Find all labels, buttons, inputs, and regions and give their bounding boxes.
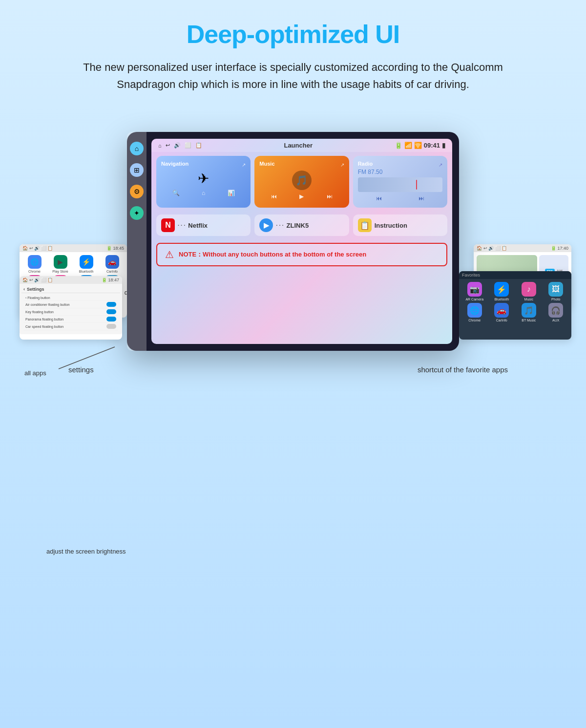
chrome-fav-icon: 🌐 — [467, 303, 482, 318]
photo-fav-icon: 🖼 — [548, 282, 563, 297]
music-expand-icon[interactable]: ↗ — [340, 162, 344, 168]
radio-waveform — [358, 177, 442, 192]
nav-home-icon[interactable]: ⌂ — [202, 190, 205, 196]
settings-row: Car speed floating button — [23, 323, 118, 330]
settings-row: Panorama floating button — [23, 316, 118, 323]
list-item[interactable]: 🌐 Chrome — [462, 303, 487, 322]
btmusic-fav-icon: 🎵 — [522, 303, 536, 318]
music-disc-icon: 🎵 — [292, 171, 312, 190]
page-title: Deep-optimized UI — [0, 0, 586, 59]
radio-card-label: Radio — [358, 161, 373, 167]
music-play-icon[interactable]: ▶ — [299, 193, 304, 200]
note-box: ⚠ NOTE：Without any touch buttons at the … — [156, 243, 447, 266]
device-frame: ⌂ ⊞ ⚙ ✦ ⌂ ↩ 🔊 ⬜ 📋 Launcher — [127, 132, 459, 351]
status-time: 09:41 — [424, 142, 440, 149]
radio-expand-icon[interactable]: ↗ — [439, 162, 442, 168]
settings-side-button[interactable]: ⚙ — [130, 185, 144, 198]
back-nav-icon[interactable]: ↩ — [166, 142, 170, 149]
music-prev-icon[interactable]: ⏮ — [271, 193, 277, 200]
shortcut-bottom-label: shortcut of the favorite apps — [418, 365, 508, 374]
mini-favapps-screen: Favorites 📷 AR Camera ⚡ Bluetooth ♪ Musi… — [459, 271, 571, 340]
main-content: 🏠 ↩ 🔊 ⬜ 📋 🔋 18:45 🌐 Chrome ▶ Play Store … — [0, 107, 586, 403]
mini-allapps-title: 🏠 ↩ 🔊 ⬜ 📋 — [22, 246, 53, 251]
radio-prev-icon[interactable]: ⏮ — [376, 195, 382, 202]
side-panel: ⌂ ⊞ ⚙ ✦ — [127, 132, 146, 351]
nav-chart-icon[interactable]: 📊 — [228, 190, 235, 196]
status-bar-left: ⌂ ↩ 🔊 ⬜ 📋 — [158, 142, 202, 149]
more-nav-icon[interactable]: 📋 — [195, 142, 202, 149]
mini-settings-header: 🏠 ↩ 🔊 ⬜ 📋 🔋 18:47 — [20, 276, 122, 284]
zlink-app[interactable]: ▶ · · · ZLINK5 — [254, 214, 349, 236]
zlink-label: ZLINK5 — [287, 222, 309, 229]
radio-freq-display: FM 87.50 — [358, 169, 442, 175]
wifi-icon: 🛜 — [414, 142, 422, 149]
device-screen: ⌂ ↩ 🔊 ⬜ 📋 Launcher 🔋 📶 🛜 09:41 ▮ — [151, 139, 452, 344]
list-item[interactable]: ▶ Play Store — [48, 255, 72, 273]
settings-row: Key floating button — [23, 308, 118, 316]
mini-allapps-time: 🔋 18:45 — [106, 246, 124, 251]
list-item[interactable]: 📷 AR Camera — [462, 282, 487, 301]
music-fav-icon: ♪ — [522, 282, 536, 297]
toggle-airconditioner[interactable] — [106, 302, 116, 307]
arcamera-fav-icon: 📷 — [467, 282, 482, 297]
device-mockup: ⌂ ⊞ ⚙ ✦ ⌂ ↩ 🔊 ⬜ 📋 Launcher — [127, 132, 459, 351]
volume-nav-icon[interactable]: 🔊 — [174, 142, 181, 149]
instruction-icon: 📋 — [358, 218, 372, 232]
list-item[interactable]: 🚗 CarInfo — [489, 303, 515, 322]
toggle-panorama[interactable] — [106, 317, 116, 321]
toggle-carspeed[interactable] — [106, 324, 116, 329]
radio-needle — [416, 180, 417, 190]
list-item[interactable]: 🌐 Chrome — [22, 255, 46, 273]
apps-side-button[interactable]: ⊞ — [130, 163, 144, 177]
music-card[interactable]: Music ↗ 🎵 ⏮ ▶ ⏭ — [254, 156, 349, 208]
list-item[interactable]: ♪ Music — [516, 282, 542, 301]
battery-bar-icon: ▮ — [442, 142, 445, 149]
instruction-label: Instruction — [375, 222, 407, 229]
nav-expand-icon[interactable]: ↗ — [242, 162, 246, 168]
home-nav-icon[interactable]: ⌂ — [158, 143, 162, 149]
signal-icon: 📶 — [404, 142, 412, 149]
list-item[interactable]: ⚡ Bluetooth — [489, 282, 515, 301]
list-item[interactable]: 🎵 BT Music — [516, 303, 542, 322]
mini-settings-screen: 🏠 ↩ 🔊 ⬜ 📋 🔋 18:47 ‹ Settings ‹ Floating … — [20, 276, 122, 340]
warning-icon: ⚠ — [165, 249, 174, 260]
home-side-button[interactable]: ⌂ — [130, 142, 144, 155]
app-grid: Navigation ↗ ✈ 🔍 ⌂ 📊 Music — [151, 152, 452, 212]
note-text: NOTE：Without any touch buttons at the bo… — [179, 250, 366, 259]
annotation-brightness: adjust the screen brightness — [46, 547, 126, 556]
battery-icon: 🔋 — [395, 142, 402, 149]
nav-plane-icon: ✈ — [161, 171, 246, 187]
mini-favapps-header: Favorites — [459, 271, 571, 279]
aux-fav-icon: 🎧 — [548, 303, 563, 318]
settings-back-icon[interactable]: ‹ — [23, 287, 25, 292]
zlink-icon: ▶ — [259, 218, 273, 232]
brightness-side-button[interactable]: ✦ — [130, 206, 144, 220]
list-item[interactable]: ⚡ Bluetooth — [74, 255, 98, 273]
nav-search-icon[interactable]: 🔍 — [172, 190, 180, 196]
navigation-card[interactable]: Navigation ↗ ✈ 🔍 ⌂ 📊 — [156, 156, 251, 208]
favapps-grid: 📷 AR Camera ⚡ Bluetooth ♪ Music 🖼 Photo … — [459, 279, 571, 325]
carinfo-fav-icon: 🚗 — [494, 303, 509, 318]
radio-next-icon[interactable]: ⏭ — [419, 195, 424, 202]
bluetooth-fav-icon: ⚡ — [494, 282, 509, 297]
mini-settings-title: Settings — [27, 287, 44, 292]
window-nav-icon[interactable]: ⬜ — [185, 142, 191, 149]
toggle-key[interactable] — [106, 309, 116, 314]
status-bar: ⌂ ↩ 🔊 ⬜ 📋 Launcher 🔋 📶 🛜 09:41 ▮ — [151, 139, 452, 152]
list-item[interactable]: 🖼 Photo — [544, 282, 569, 301]
list-item[interactable]: 🚗 CarInfo — [100, 255, 124, 273]
nav-card-label: Navigation — [161, 161, 188, 167]
settings-bottom-label: settings — [68, 365, 94, 374]
settings-row: Air conditioner floating button — [23, 301, 118, 308]
settings-row: ‹ Floating button — [23, 295, 118, 301]
page-subtitle: The new personalized user interface is s… — [0, 59, 586, 107]
radio-card[interactable]: Radio ↗ FM 87.50 ⏮ ⏭ — [353, 156, 447, 208]
status-bar-app-name: Launcher — [284, 142, 313, 149]
bottom-labels: settings shortcut of the favorite apps — [29, 365, 557, 374]
list-item[interactable]: 🎧 AUX — [544, 303, 569, 322]
music-next-icon[interactable]: ⏭ — [327, 193, 333, 200]
instruction-app[interactable]: 📋 Instruction — [353, 214, 447, 236]
netflix-icon: N — [161, 218, 175, 232]
mini-split-header: 🏠 ↩ 🔊 ⬜ 📋 🔋 17:40 — [474, 244, 571, 252]
netflix-app[interactable]: N · · · Netflix — [156, 214, 251, 236]
